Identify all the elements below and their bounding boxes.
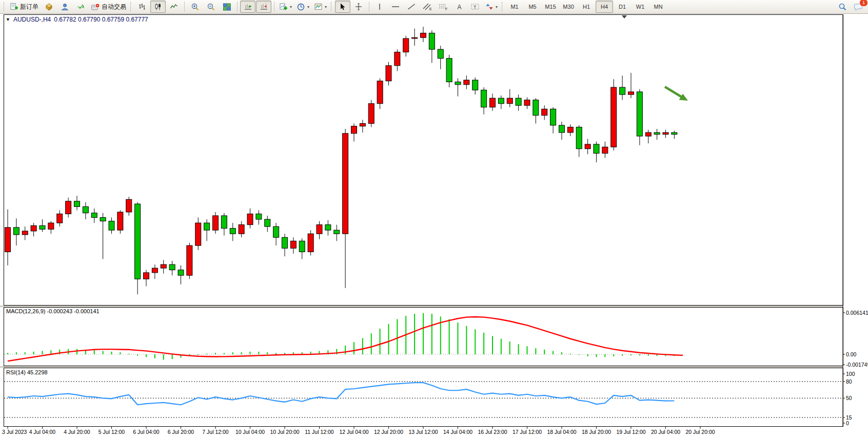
tile-windows-button[interactable] [219,1,234,13]
periods-button[interactable]: ▾ [294,1,311,13]
zoom-in-button[interactable] [187,1,203,13]
line-chart-icon [170,3,178,11]
candle [594,144,599,154]
pane-splitter[interactable] [0,366,843,368]
svg-text:T: T [474,5,477,10]
bar-chart-button[interactable] [134,1,150,13]
toolbar-drag-handle [331,2,333,11]
date-label: 14 Jul 04:00 [443,429,472,435]
timeframe-m1-button[interactable]: M1 [506,1,523,13]
signal-button[interactable] [73,1,88,13]
signal-icon [76,3,85,11]
date-label: 17 Jul 12:00 [512,429,542,435]
trendline-button[interactable] [404,1,419,13]
candle [507,98,512,104]
candlestick-chart-button[interactable] [150,1,166,13]
text-label-button[interactable]: T [467,1,483,13]
timeframe-h1-button[interactable]: H1 [578,1,595,13]
candle [308,234,313,252]
candle [135,204,141,279]
candle [161,264,166,268]
profile-icon [61,3,69,11]
candle [213,216,219,230]
candlestick-chart-icon [154,3,162,11]
timeframe-m30-button[interactable]: M30 [560,1,577,13]
candle [654,132,660,135]
candle [317,225,322,234]
crosshair-button[interactable] [351,1,366,13]
candle [645,132,651,136]
candle [429,33,435,49]
autotrading-label: 自动交易 [102,3,126,11]
timeframe-d1-button[interactable]: D1 [614,1,631,13]
candle [144,273,149,279]
chart-canvas[interactable]: 0.690800.688950.687100.685200.683350.681… [0,14,868,437]
horizontal-line-button[interactable] [388,1,403,13]
candle [620,87,625,94]
rsi-indicator-label: RSI(14) 45.2298 [6,369,48,375]
dropdown-caret-icon: ▾ [307,5,309,9]
chart-shift-button[interactable] [256,1,271,13]
notification-badge: 1 [859,0,868,7]
svg-text:A: A [457,4,461,11]
pane-splitter[interactable] [0,306,843,307]
market-box-icon [45,3,53,11]
timeframe-mn-button[interactable]: MN [649,1,667,13]
chat-button[interactable]: 1 [851,1,866,13]
search-button[interactable] [835,1,850,13]
candle [100,218,106,221]
date-label: 19 Jul 12:00 [616,429,645,435]
cursor-icon [339,3,347,11]
timeframe-w1-button[interactable]: W1 [632,1,649,13]
vertical-line-button[interactable] [372,1,387,13]
text-button[interactable]: A [451,1,467,13]
chart-shift-icon [260,3,268,11]
line-chart-button[interactable] [166,1,182,13]
date-label: 6 Jul 04:00 [133,429,160,435]
templates-button[interactable]: ▾ [312,1,329,13]
profile-button[interactable] [57,1,72,13]
candle [559,125,565,132]
equidistant-channel-button[interactable]: E [420,1,435,13]
fibonacci-button[interactable]: F [436,1,451,13]
cursor-button[interactable] [335,1,350,13]
toolbar-drag-handle [502,2,504,11]
candle [377,81,383,104]
market-box-button[interactable] [41,1,56,13]
date-label: 7 Jul 12:00 [202,429,229,435]
mt4-application: { "toolbar": { "new_order_label": "新订单",… [0,0,868,437]
timeframe-h4-button[interactable]: H4 [596,1,613,13]
candle [66,201,71,214]
candle [5,227,11,252]
zoom-out-button[interactable] [203,1,219,13]
auto-scroll-button[interactable] [240,1,255,13]
candle [542,109,547,115]
candle [567,127,573,132]
timeframe-m15-button[interactable]: M15 [542,1,559,13]
candle [421,33,426,37]
timeframe-m5-button[interactable]: M5 [524,1,541,13]
date-label: 4 Jul 04:00 [29,429,56,435]
candle [22,231,28,235]
date-label: 12 Jul 04:00 [339,429,368,435]
svg-text:F: F [445,7,447,11]
new-order-button[interactable]: 新订单 [8,1,41,13]
indicators-button[interactable]: ▾ [277,1,294,13]
chart-symbol-period: AUDUSD-,H4 [13,16,51,23]
candle [40,225,45,229]
candle [282,237,288,248]
candle [290,241,296,248]
zoom-out-icon [207,3,215,11]
rsi-axis-label: 80 [846,378,852,385]
candle [672,132,677,135]
toolbar-separator [184,2,185,12]
autotrading-button[interactable]: 自动交易 [89,1,128,13]
date-label: 13 Jul 12:00 [408,429,438,435]
arrows-button[interactable]: ▾ [483,1,500,13]
candle [265,219,270,226]
arrows-icon [485,3,494,11]
candle [109,221,114,231]
candle [533,100,539,116]
text-label-icon: T [470,3,480,11]
symbol-dropdown-icon[interactable]: ▼ [6,17,10,22]
